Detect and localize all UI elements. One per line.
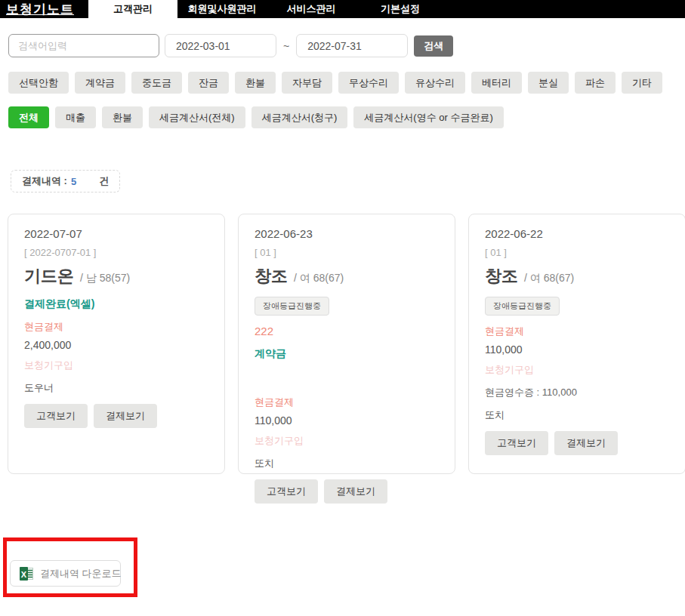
card-code: [ 2022-0707-01 ] <box>24 247 208 258</box>
search-row: ~ 검색 <box>8 34 453 57</box>
view-payment-button[interactable]: 결제보기 <box>554 431 618 455</box>
top-navigation: 보청기노트 고객관리회원및사원관리서비스관리기본설정 <box>0 0 685 18</box>
payment-type-filter-button[interactable]: 분실 <box>528 72 569 94</box>
memo-text: 222 <box>255 325 439 337</box>
purchase-category: 보청기구입 <box>255 434 439 448</box>
search-input[interactable] <box>8 34 159 57</box>
view-customer-button[interactable]: 고객보기 <box>24 404 88 428</box>
doc-type-filter-button[interactable]: 환불 <box>102 106 143 128</box>
excel-icon: X <box>19 566 34 581</box>
payment-type-filter-button[interactable]: 유상수리 <box>405 72 465 94</box>
payment-method: 현금결제 <box>255 396 439 409</box>
date-range-separator: ~ <box>283 40 289 52</box>
card-buttons: 고객보기 결제보기 <box>255 479 439 504</box>
red-highlight-annotation: X 결제내역 다운로드 <box>3 537 137 597</box>
payment-type-filter-button[interactable]: 잔금 <box>188 72 229 94</box>
payment-amount: 110,000 <box>255 414 439 427</box>
card-date: 2022-06-23 <box>255 227 439 240</box>
date-from-input[interactable] <box>165 34 276 57</box>
payment-card: 2022-06-23 [ 01 ] 창조 / 여 68(67) 장애등급진행중 … <box>238 214 455 474</box>
payment-type-filter-button[interactable]: 파손 <box>575 72 616 94</box>
payment-amount: 110,000 <box>485 343 669 356</box>
card-code: [ 01 ] <box>485 247 669 258</box>
purchase-category: 보청기구입 <box>485 363 669 377</box>
payment-status: 결제완료(엑셀) <box>24 297 208 311</box>
view-payment-button[interactable]: 결제보기 <box>94 404 157 428</box>
page: 보청기노트 고객관리회원및사원관리서비스관리기본설정 ~ 검색 선택안함계약금중… <box>0 0 685 616</box>
doc-type-filter-button[interactable]: 세금계산서(청구) <box>251 106 348 128</box>
view-payment-button[interactable]: 결제보기 <box>324 479 387 504</box>
doc-type-filters: 전체매출환불세금계산서(전체)세금계산서(청구)세금계산서(영수 or 수금완료… <box>8 106 504 128</box>
customer-name-row: 기드온 / 남 58(57) <box>24 265 208 288</box>
payment-type-filter-button[interactable]: 환불 <box>235 72 276 94</box>
doc-type-filter-button[interactable]: 전체 <box>8 106 49 128</box>
card-buttons: 고객보기 결제보기 <box>485 431 669 455</box>
svg-text:X: X <box>21 569 27 578</box>
date-to-input[interactable] <box>296 34 408 57</box>
payment-method: 현금결제 <box>485 325 669 338</box>
doc-type-filter-button[interactable]: 세금계산서(영수 or 수금완료) <box>353 106 503 128</box>
payment-method: 현금결제 <box>24 320 208 334</box>
download-button[interactable]: X 결제내역 다운로드 <box>10 560 121 587</box>
manager-name: 도우너 <box>24 381 208 395</box>
payment-type-filters: 선택안함계약금중도금잔금환불자부담무상수리유상수리베터리분실파손기타 <box>8 72 662 94</box>
payment-card: 2022-06-22 [ 01 ] 창조 / 여 68(67) 장애등급진행중 … <box>468 214 685 474</box>
payment-type-filter-button[interactable]: 계약금 <box>75 72 125 94</box>
payment-type-filter-button[interactable]: 기타 <box>622 72 662 94</box>
card-date: 2022-06-22 <box>485 227 669 240</box>
nav-tabs: 고객관리회원및사원관리서비스관리기본설정 <box>88 0 445 22</box>
nav-tab[interactable]: 서비스관리 <box>267 0 356 18</box>
doc-type-filter-button[interactable]: 세금계산서(전체) <box>149 106 245 128</box>
card-code: [ 01 ] <box>255 247 439 258</box>
nav-tab[interactable]: 고객관리 <box>88 0 177 22</box>
purchase-category: 보청기구입 <box>24 359 208 372</box>
card-date: 2022-07-07 <box>24 227 208 240</box>
manager-name: 또치 <box>255 457 439 470</box>
payment-count-value: 5 <box>71 176 76 187</box>
customer-gender-age: / 여 68(67) <box>294 272 344 285</box>
doc-type-filter-button[interactable]: 매출 <box>55 106 96 128</box>
customer-gender-age: / 남 58(57) <box>80 272 130 285</box>
customer-name: 창조 <box>485 265 518 288</box>
payment-status: 계약금 <box>255 347 439 361</box>
manager-name: 또치 <box>485 408 669 422</box>
nav-tab[interactable]: 기본설정 <box>356 0 445 18</box>
payment-count-label: 결제내역 : <box>22 174 67 188</box>
view-customer-button[interactable]: 고객보기 <box>485 431 548 455</box>
view-customer-button[interactable]: 고객보기 <box>255 479 318 504</box>
status-badge: 장애등급진행중 <box>485 297 560 316</box>
status-badge: 장애등급진행중 <box>255 297 329 316</box>
payment-type-filter-button[interactable]: 자부담 <box>282 72 332 94</box>
payment-card: 2022-07-07 [ 2022-0707-01 ] 기드온 / 남 58(5… <box>8 214 225 474</box>
payment-cards: 2022-07-07 [ 2022-0707-01 ] 기드온 / 남 58(5… <box>8 214 685 474</box>
cash-receipt: 현금영수증 : 110,000 <box>485 386 669 399</box>
payment-type-filter-button[interactable]: 선택안함 <box>8 72 69 94</box>
customer-name: 창조 <box>255 265 288 288</box>
card-buttons: 고객보기 결제보기 <box>24 404 208 428</box>
search-button[interactable]: 검색 <box>414 35 453 57</box>
customer-name: 기드온 <box>24 265 74 288</box>
payment-type-filter-button[interactable]: 베터리 <box>471 72 522 94</box>
payment-type-filter-button[interactable]: 중도금 <box>131 72 182 94</box>
payment-amount: 2,400,000 <box>24 339 208 351</box>
app-logo[interactable]: 보청기노트 <box>6 1 74 18</box>
customer-name-row: 창조 / 여 68(67) <box>255 265 439 288</box>
nav-tab[interactable]: 회원및사원관리 <box>177 0 267 18</box>
payment-type-filter-button[interactable]: 무상수리 <box>338 72 399 94</box>
download-label: 결제내역 다운로드 <box>40 567 122 581</box>
payment-count-unit: 건 <box>99 174 109 188</box>
customer-name-row: 창조 / 여 68(67) <box>485 265 669 288</box>
customer-gender-age: / 여 68(67) <box>524 272 574 285</box>
payment-count-box: 결제내역 : 5 건 <box>11 170 120 192</box>
